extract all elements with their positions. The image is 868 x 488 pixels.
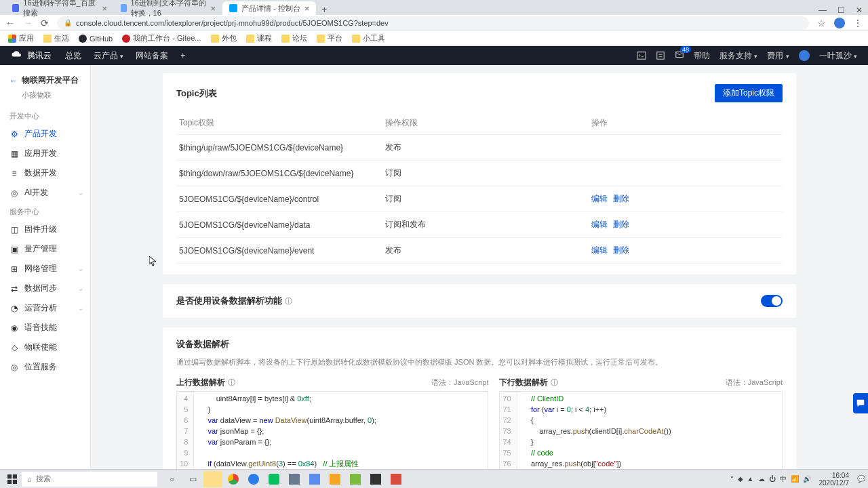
- ticket-icon[interactable]: [656, 51, 665, 60]
- app-icon[interactable]: [387, 471, 406, 487]
- bookmark-item[interactable]: 课程: [246, 33, 272, 43]
- user-avatar-icon[interactable]: [799, 50, 810, 61]
- menu-icon[interactable]: ⋮: [853, 18, 863, 28]
- taskview-icon[interactable]: ▭: [183, 471, 202, 487]
- sidebar-item-ai-dev[interactable]: ◎AI开发⌄: [0, 183, 90, 203]
- sidebar-item-data-dev[interactable]: ≡数据开发: [0, 163, 90, 183]
- window-minimize-icon[interactable]: —: [818, 5, 827, 15]
- tencent-cloud-logo[interactable]: 腾讯云: [11, 49, 52, 62]
- bookmark-item[interactable]: 我的工作台 - Gitee...: [122, 33, 201, 43]
- sidebar-item-network[interactable]: ⊞网络管理⌄: [0, 259, 90, 279]
- window-maximize-icon[interactable]: ☐: [837, 5, 845, 15]
- sidebar-item-voice[interactable]: ◉语音技能: [0, 318, 90, 338]
- tab-close-icon[interactable]: ×: [210, 3, 216, 14]
- app-icon[interactable]: [346, 471, 365, 487]
- action-cell: 编辑删除: [589, 238, 783, 264]
- wifi-icon[interactable]: 📶: [791, 475, 799, 483]
- nav-back-icon[interactable]: ←: [5, 18, 15, 28]
- tray-icon[interactable]: ☁: [758, 475, 765, 483]
- nav-beian[interactable]: 网站备案: [136, 50, 168, 62]
- volume-icon[interactable]: 🔊: [803, 475, 811, 483]
- app-icon[interactable]: [366, 471, 385, 487]
- start-button[interactable]: [3, 470, 22, 489]
- window-close-icon[interactable]: ✕: [856, 5, 863, 15]
- message-icon[interactable]: 48: [675, 50, 684, 62]
- search-placeholder: 搜索: [36, 474, 51, 484]
- wechat-icon[interactable]: [264, 471, 283, 487]
- app-icon[interactable]: [326, 471, 344, 487]
- chat-fab[interactable]: [853, 393, 868, 413]
- sidebar-item-location[interactable]: ◎位置服务: [0, 357, 90, 377]
- bookmark-item[interactable]: 平台: [317, 33, 342, 43]
- add-topic-button[interactable]: 添加Topic权限: [715, 84, 783, 102]
- browser-tab-active[interactable]: 产品详情 - 控制台×: [222, 1, 316, 15]
- folder-icon: [246, 35, 254, 43]
- info-icon[interactable]: ⓘ: [285, 296, 292, 306]
- bookmark-item[interactable]: 外包: [211, 33, 237, 43]
- table-row: 5JOEOMS1CG/${deviceName}/data订阅和发布编辑删除: [176, 212, 783, 238]
- info-icon[interactable]: ⓘ: [551, 378, 558, 388]
- bookmark-item[interactable]: 生活: [43, 33, 69, 43]
- sidebar-item-app-dev[interactable]: ▦应用开发: [0, 144, 90, 163]
- brand-text: 腾讯云: [27, 50, 52, 62]
- sidebar-item-mass[interactable]: ▣量产管理: [0, 239, 90, 259]
- edit-link[interactable]: 编辑: [591, 245, 608, 255]
- edit-link[interactable]: 编辑: [591, 194, 608, 203]
- nav-add[interactable]: +: [180, 51, 185, 60]
- tray-icon[interactable]: ◆: [738, 475, 743, 483]
- bookmark-item[interactable]: 小工具: [352, 33, 385, 43]
- bookmark-item[interactable]: GitHub: [79, 35, 113, 43]
- apps-shortcut[interactable]: 应用: [8, 33, 34, 43]
- notifications-icon[interactable]: 💬: [857, 475, 865, 483]
- nav-username[interactable]: 一叶孤沙 ▾: [819, 50, 857, 62]
- tab-close-icon[interactable]: ×: [304, 3, 310, 14]
- parse-toggle-card: 是否使用设备数据解析功能ⓘ: [163, 284, 796, 318]
- browser-tab[interactable]: 16进制到文本字符串的转换，16×: [114, 1, 222, 15]
- nav-reload-icon[interactable]: ⟳: [41, 18, 49, 28]
- star-icon[interactable]: ☆: [817, 18, 826, 28]
- tray-up-icon[interactable]: ˄: [730, 475, 734, 483]
- explorer-icon[interactable]: [203, 471, 222, 487]
- app-icon[interactable]: [305, 471, 324, 487]
- ai-icon: ◎: [9, 188, 19, 198]
- tray-icon[interactable]: ▲: [747, 475, 754, 483]
- sidebar-item-ops[interactable]: ◔运营分析⌄: [0, 298, 90, 318]
- sidebar-item-product-dev[interactable]: ⚙产品开发: [0, 124, 90, 144]
- parse-toggle-switch[interactable]: [761, 295, 783, 307]
- nav-cost[interactable]: 费用 ▾: [767, 50, 789, 62]
- info-icon[interactable]: ⓘ: [228, 378, 235, 388]
- browser-tab[interactable]: 16进制转字符串_百度搜索×: [5, 1, 114, 15]
- downlink-title: 下行数据解析: [499, 377, 548, 388]
- nav-overview[interactable]: 总览: [65, 50, 81, 62]
- app-icon[interactable]: [244, 471, 263, 487]
- cortana-icon[interactable]: ○: [163, 471, 182, 487]
- delete-link[interactable]: 删除: [613, 194, 629, 203]
- new-tab-button[interactable]: +: [316, 4, 332, 15]
- favicon-icon: [12, 4, 19, 12]
- sidebar-item-iot[interactable]: ◇物联使能: [0, 338, 90, 357]
- ime-icon[interactable]: 中: [780, 474, 787, 484]
- sidebar-item-firmware[interactable]: ◫固件升级: [0, 220, 90, 239]
- sidebar-back[interactable]: ← 物联网开发平台: [0, 72, 90, 89]
- col-action: 操作: [589, 112, 783, 135]
- delete-link[interactable]: 删除: [613, 220, 629, 229]
- gear-icon: ⚙: [9, 129, 19, 139]
- chrome-icon[interactable]: [224, 471, 243, 487]
- sidebar-title: 物联网开发平台: [22, 75, 79, 86]
- bookmark-item[interactable]: 论坛: [281, 33, 307, 43]
- sidebar-item-sync[interactable]: ⇄数据同步⌄: [0, 279, 90, 298]
- tray-icon[interactable]: ⏻: [769, 475, 776, 483]
- taskbar-clock[interactable]: 16:04 2020/12/7: [819, 472, 850, 487]
- delete-link[interactable]: 删除: [613, 245, 629, 255]
- nav-products[interactable]: 云产品 ▾: [94, 50, 123, 62]
- edit-link[interactable]: 编辑: [591, 220, 608, 229]
- taskbar-search[interactable]: ⌕搜索: [22, 472, 157, 487]
- tab-close-icon[interactable]: ×: [102, 3, 107, 14]
- nav-support[interactable]: 服务支持 ▾: [719, 50, 757, 62]
- shell-icon[interactable]: [637, 51, 646, 60]
- nav-help[interactable]: 帮助: [694, 50, 710, 62]
- system-tray[interactable]: ˄ ◆ ▲ ☁ ⏻ 中 📶 🔊 16:04 2020/12/7 💬: [730, 472, 865, 487]
- action-cell: [589, 135, 783, 161]
- app-icon[interactable]: [285, 471, 304, 487]
- profile-avatar[interactable]: [834, 18, 845, 28]
